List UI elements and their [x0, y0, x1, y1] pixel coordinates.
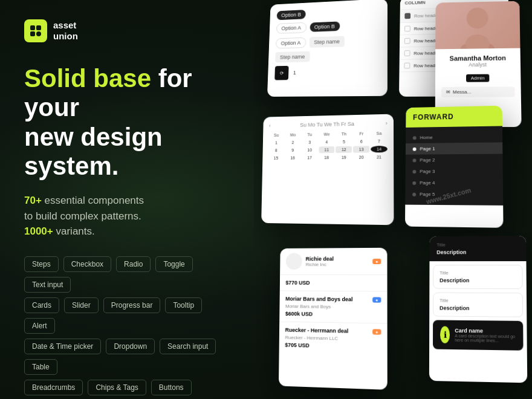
cal-day-5[interactable]: 5 — [336, 138, 352, 145]
cal-day-1[interactable]: 1 — [268, 140, 284, 146]
comp-header-title: Title — [436, 242, 519, 247]
nav-item-page1[interactable]: Page 1 — [406, 142, 502, 154]
cal-day-21[interactable]: 21 — [371, 154, 387, 160]
nav-card: FORWARD Home Page 1 Page 2 — [405, 106, 504, 228]
cal-day-6[interactable]: 6 — [353, 138, 369, 144]
variants-desc: variants. — [56, 225, 94, 237]
cal-header-tu: Tu — [302, 131, 317, 138]
option-a2-pill: Option A — [276, 37, 306, 49]
logo: asset union — [24, 19, 230, 42]
component-dark-header: Title Description — [429, 236, 526, 261]
message-label: Messa... — [453, 89, 471, 95]
cal-day-13[interactable]: 13 — [353, 146, 369, 152]
profile-avatar — [435, 1, 520, 50]
comp-card-desc: A card description text would go here on… — [455, 334, 516, 343]
comp-item-2: Title Description — [433, 293, 523, 317]
deal-header-meta: Richie Inc — [306, 262, 334, 267]
deal-price-1: $770 USD — [280, 275, 388, 291]
profile-info: Samantha Morton Analyst Admin ✉ Messa... — [435, 48, 521, 103]
tag-tooltip: Tooltip — [165, 297, 202, 313]
deal-avatar — [286, 253, 302, 270]
nav-item-page3[interactable]: Page 3 — [406, 166, 503, 177]
tag-steps: Steps — [24, 256, 59, 272]
cal-day-19[interactable]: 19 — [336, 154, 352, 161]
table-checkbox-2 — [404, 38, 410, 44]
cal-header-su: Su — [268, 132, 284, 138]
tag-chips: Chips & Tags — [88, 380, 146, 395]
cal-day-2[interactable]: 2 — [285, 139, 301, 146]
cal-header-we: We — [319, 131, 334, 137]
cal-day-10[interactable]: 10 — [302, 146, 317, 153]
tag-toggle: Toggle — [155, 256, 192, 272]
profile-badge: Admin — [466, 74, 490, 82]
step-name-2: Step name — [275, 51, 310, 63]
calendar-nav-prev[interactable]: ‹ — [269, 123, 271, 129]
calendar-month: Su Mo Tu We Th Fr Sa — [300, 121, 354, 128]
variants-count: 1000+ — [24, 225, 53, 237]
cal-day-3[interactable]: 3 — [302, 139, 317, 146]
deal-3-name: Ruecker - Herrmann deal — [285, 327, 349, 334]
comp-card-icon: ℹ — [440, 326, 450, 343]
nav-label-page4: Page 4 — [420, 180, 435, 186]
comp-desc-2: Description — [440, 305, 516, 312]
tag-dropdown: Dropdown — [106, 339, 155, 354]
deal-3: Ruecker - Herrmann deal ● Ruecker - Herr… — [279, 322, 388, 355]
calendar-card: ‹ Su Mo Tu We Th Fr Sa › Su Mo Tu We Th … — [261, 114, 394, 225]
nav-dot-page2 — [413, 158, 417, 162]
logo-text: asset union — [53, 20, 78, 42]
nav-dot-page1 — [413, 147, 417, 151]
comp-title-1: Title — [440, 270, 516, 276]
components-desc: essential components — [45, 195, 144, 206]
comp-title-2: Title — [440, 298, 516, 304]
cal-day-12[interactable]: 12 — [336, 146, 352, 153]
svg-rect-0 — [30, 25, 35, 30]
table-checkbox-3 — [404, 50, 410, 56]
tag-datetime: Date & Time picker — [24, 339, 101, 354]
deals-card: Richie deal Richie Inc ● $770 USD Moriar… — [279, 248, 388, 390]
step-icon: ⟳ — [274, 66, 288, 80]
deals-header: Richie deal Richie Inc ● — [280, 248, 387, 275]
deal-header-title: Richie deal — [306, 256, 334, 262]
tag-progress-bar: Progress bar — [103, 297, 161, 313]
nav-label-page3: Page 3 — [420, 169, 435, 174]
tag-alert: Alert — [24, 318, 55, 334]
deal-3-vendor: Ruecker - Herrmann LLC — [285, 335, 381, 342]
nav-item-home[interactable]: Home — [406, 131, 502, 143]
tag-buttons: Buttons — [151, 380, 192, 395]
cal-day-9[interactable]: 9 — [285, 147, 300, 154]
right-panel: Option B Option A Option B Option A Step… — [254, 0, 532, 399]
tag-checkbox: Checkbox — [63, 256, 111, 272]
calendar-nav-next[interactable]: › — [386, 120, 388, 126]
tags-row-4: Breadcrumbs Chips & Tags Buttons Modal — [24, 380, 230, 399]
svg-point-7 — [465, 34, 490, 49]
tag-radio: Radio — [116, 256, 151, 272]
cal-day-8[interactable]: 8 — [268, 147, 284, 154]
headline-accent: Solid base — [24, 64, 151, 92]
nav-label-home: Home — [420, 135, 433, 140]
cal-day-20[interactable]: 20 — [353, 154, 369, 160]
cal-day-17[interactable]: 17 — [302, 154, 317, 161]
cal-header-fr: Fr — [353, 130, 369, 137]
nav-dot-home — [413, 136, 417, 140]
svg-point-3 — [36, 31, 41, 36]
cal-day-14[interactable]: 14 — [371, 146, 387, 152]
cal-day-15[interactable]: 15 — [268, 155, 284, 161]
nav-dot-page3 — [412, 170, 416, 174]
cal-day-16[interactable]: 16 — [285, 155, 300, 161]
nav-dot-page4 — [412, 181, 416, 184]
cal-day-4[interactable]: 4 — [319, 138, 334, 145]
components-sub: to build complex patterns. — [24, 210, 141, 222]
cal-day-11[interactable]: 11 — [319, 146, 335, 153]
nav-dot-page5 — [412, 192, 416, 196]
cal-day-7[interactable]: 7 — [371, 138, 387, 144]
cal-day-18[interactable]: 18 — [319, 154, 335, 161]
tags-grid: Steps Checkbox Radio Toggle Text input C… — [24, 256, 230, 399]
tag-cards: Cards — [24, 297, 59, 313]
nav-item-page4[interactable]: Page 4 — [405, 177, 502, 189]
nav-item-page2[interactable]: Page 2 — [406, 154, 503, 166]
message-button[interactable]: ✉ Messa... — [441, 86, 515, 97]
tag-breadcrumbs: Breadcrumbs — [24, 380, 83, 395]
tags-row-3: Date & Time picker Dropdown Search input… — [24, 339, 230, 375]
tag-slider: Slider — [64, 297, 99, 313]
mockup-scene: Option B Option A Option B Option A Step… — [254, 0, 532, 399]
